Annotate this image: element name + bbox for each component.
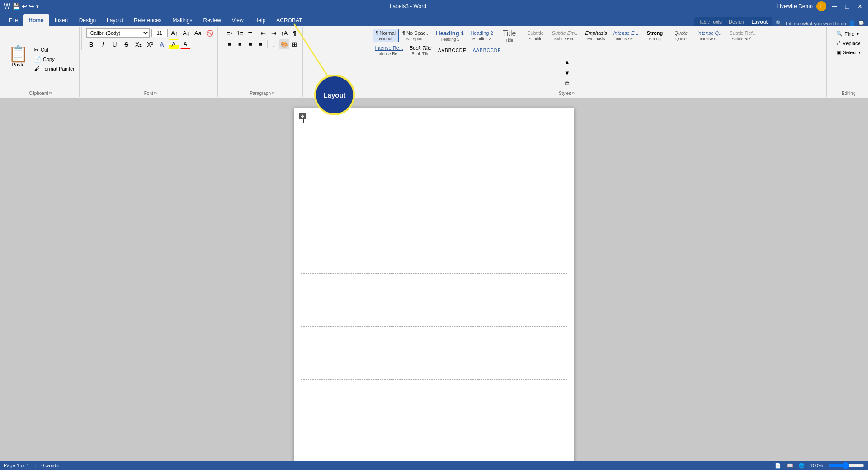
align-right-button[interactable]: ≡ [245, 39, 255, 49]
style-normal[interactable]: ¶ Normal Normal [373, 29, 399, 42]
sort-button[interactable]: ↕A [279, 28, 289, 38]
change-case-button[interactable]: Aa [193, 28, 203, 38]
paragraph-expand-icon[interactable]: ⧉ [272, 91, 274, 96]
restore-button[interactable]: □ [843, 2, 852, 11]
label-cell-5-1[interactable] [302, 327, 390, 380]
borders-button[interactable]: ⊞ [290, 39, 300, 49]
font-size-input[interactable] [151, 29, 168, 37]
subscript-button[interactable]: X₂ [133, 39, 143, 49]
bold-button[interactable]: B [86, 39, 96, 49]
quick-access-undo[interactable]: ↩ [22, 3, 27, 10]
style-aabbcc2[interactable]: AABBCCDE [470, 47, 504, 55]
tab-review[interactable]: Review [198, 14, 226, 26]
label-cell-3-1[interactable] [302, 221, 390, 274]
align-center-button[interactable]: ≡ [235, 39, 245, 49]
align-left-button[interactable]: ≡ [225, 39, 235, 49]
style-subtlref[interactable]: Subtle Ref... Subtle Ref... [726, 29, 760, 42]
underline-button[interactable]: U [110, 39, 120, 49]
styles-scroll-down[interactable]: ▼ [562, 68, 572, 78]
label-cell-4-1[interactable] [302, 274, 390, 327]
clipboard-expand-icon[interactable]: ⧉ [49, 91, 52, 96]
label-cell-6-3[interactable] [478, 380, 567, 432]
tab-home[interactable]: Home [23, 14, 49, 26]
label-cell-5-3[interactable] [478, 327, 567, 380]
label-cell-3-3[interactable] [478, 221, 567, 274]
style-emphasis[interactable]: Emphasis Emphasis [583, 29, 610, 42]
show-formatting-button[interactable]: ¶ [290, 28, 300, 38]
style-aabbcc1[interactable]: AABBCCDE [435, 47, 469, 55]
table-move-handle[interactable]: ✥ [299, 113, 306, 119]
tab-mailings[interactable]: Mailings [167, 14, 198, 26]
style-nospace[interactable]: ¶ No Spac... No Spac... [400, 29, 432, 42]
style-quote[interactable]: Quote Quote [668, 29, 693, 42]
tab-layout[interactable]: Layout [101, 14, 128, 26]
label-cell-6-2[interactable] [390, 380, 478, 432]
style-subtleem[interactable]: Subtle Em... Subtle Em... [549, 29, 582, 42]
label-cell-1-1[interactable] [302, 115, 390, 168]
increase-font-size-button[interactable]: A↑ [170, 28, 179, 38]
increase-indent-button[interactable]: ⇥ [269, 28, 279, 38]
decrease-font-size-button[interactable]: A↓ [181, 28, 191, 38]
text-effects-button[interactable]: A [157, 39, 167, 49]
read-view-button[interactable]: 📖 [787, 463, 793, 469]
bullets-button[interactable]: ≡• [225, 28, 235, 38]
label-cell-1-2[interactable] [390, 115, 478, 168]
tab-file[interactable]: File [4, 14, 23, 26]
tab-help[interactable]: Help [249, 14, 271, 26]
label-cell-5-2[interactable] [390, 327, 478, 380]
tell-me-input[interactable]: Tell me what you want to do [785, 21, 846, 26]
table-tools-design-tab[interactable]: Design [729, 19, 744, 24]
tab-insert[interactable]: Insert [49, 14, 74, 26]
styles-expand-icon[interactable]: ⧉ [572, 91, 575, 96]
tab-design[interactable]: Design [74, 14, 101, 26]
numbering-button[interactable]: 1≡ [235, 28, 245, 38]
cut-button[interactable]: ✂ Cut [32, 46, 76, 54]
select-button[interactable]: ▣ Select ▾ [834, 49, 863, 56]
user-avatar[interactable]: L [816, 1, 826, 11]
styles-more[interactable]: ⧉ [562, 79, 572, 89]
label-cell-4-3[interactable] [478, 274, 567, 327]
label-cell-1-3[interactable] [478, 115, 567, 168]
style-strong[interactable]: Strong Strong [642, 29, 667, 42]
line-spacing-button[interactable]: ↕ [269, 39, 279, 49]
style-title[interactable]: Title Title [497, 28, 522, 43]
label-cell-2-1[interactable] [302, 168, 390, 221]
font-name-select[interactable]: Calibri (Body) [86, 28, 150, 38]
style-subtitle[interactable]: Subtitle Subtitle [523, 29, 548, 42]
close-button[interactable]: ✕ [855, 2, 864, 11]
font-expand-icon[interactable]: ⧉ [154, 91, 157, 96]
quick-access-redo[interactable]: ↪ [29, 3, 34, 10]
tab-acrobat[interactable]: ACROBAT [271, 14, 307, 26]
tab-references[interactable]: References [128, 14, 167, 26]
style-heading1[interactable]: Heading 1 Heading 1 [433, 29, 467, 43]
table-tools-layout-tab[interactable]: Layout [751, 19, 768, 24]
label-cell-2-2[interactable] [390, 168, 478, 221]
quick-access-save[interactable]: 💾 [12, 3, 20, 10]
justify-button[interactable]: ≡ [256, 39, 266, 49]
label-cell-6-1[interactable] [302, 380, 390, 432]
label-cell-3-2[interactable] [390, 221, 478, 274]
copy-button[interactable]: 📄 Copy [32, 55, 76, 64]
label-cell-4-2[interactable] [390, 274, 478, 327]
zoom-slider[interactable] [828, 462, 864, 469]
font-color-button[interactable]: A [180, 39, 190, 49]
comments-icon[interactable]: 💬 [858, 20, 864, 26]
paste-button[interactable]: 📋 Paste [5, 44, 32, 69]
share-icon[interactable]: 👤 [849, 20, 855, 26]
style-intenseem[interactable]: Intense E... Intense E... [611, 29, 642, 42]
text-highlight-button[interactable]: A [169, 39, 179, 49]
style-booktitle[interactable]: Book Title Book Title [407, 44, 434, 57]
italic-button[interactable]: I [98, 39, 108, 49]
clear-formatting-button[interactable]: 🚫 [205, 28, 215, 38]
label-cell-2-3[interactable] [478, 168, 567, 221]
minimize-button[interactable]: ─ [830, 2, 839, 11]
multilevel-list-button[interactable]: ≣ [245, 28, 255, 38]
superscript-button[interactable]: X² [145, 39, 155, 49]
find-button[interactable]: 🔍 Find ▾ [834, 30, 863, 38]
style-heading2[interactable]: Heading 2 Heading 2 [467, 29, 495, 42]
styles-scroll-up[interactable]: ▲ [562, 57, 572, 67]
style-intenseref[interactable]: Intense Re... Intense Re... [373, 44, 406, 57]
replace-button[interactable]: ⇄ Replace [834, 39, 863, 47]
decrease-indent-button[interactable]: ⇤ [259, 28, 269, 38]
document-page[interactable]: ✥ [294, 108, 574, 470]
